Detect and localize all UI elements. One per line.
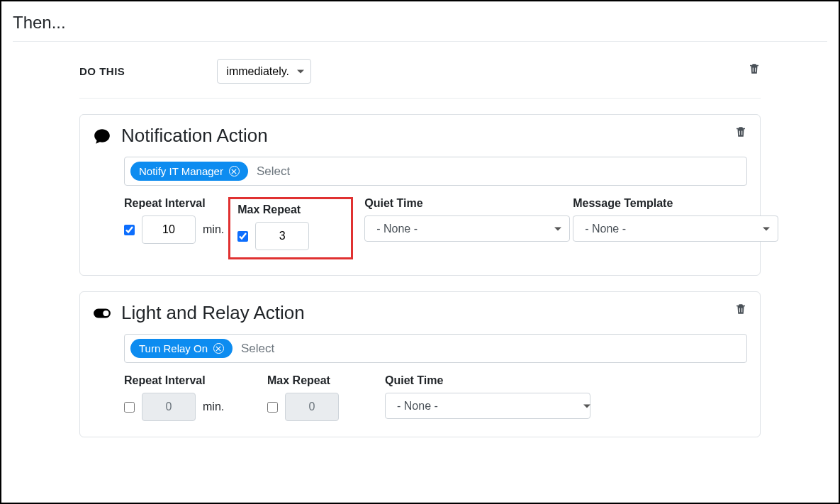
max-repeat-group: Max Repeat <box>237 203 344 250</box>
repeat-interval-label: Repeat Interval <box>124 197 224 210</box>
repeat-interval-label: Repeat Interval <box>124 374 253 387</box>
max-repeat-input[interactable] <box>285 393 339 421</box>
repeat-interval-group: Repeat Interval min. <box>124 197 224 244</box>
quiet-time-label: Quiet Time <box>364 197 570 210</box>
chip-placeholder: Select <box>241 342 274 356</box>
notification-select-input[interactable]: Notify IT Manager Select <box>124 157 747 186</box>
repeat-interval-input[interactable] <box>142 215 196 244</box>
max-repeat-group: Max Repeat <box>267 374 374 421</box>
max-repeat-checkbox[interactable] <box>267 402 278 413</box>
do-this-row: DO THIS immediately. <box>79 42 761 99</box>
light-relay-action-card: Light and Relay Action Turn Relay On Sel… <box>79 291 761 437</box>
quiet-time-select[interactable]: - None - <box>385 393 590 419</box>
chip-label: Notify IT Manager <box>139 165 223 177</box>
relay-chip: Turn Relay On <box>130 339 233 358</box>
repeat-unit: min. <box>203 401 224 413</box>
message-template-select[interactable]: - None - <box>573 215 778 242</box>
card-title: Notification Action <box>121 125 268 147</box>
timing-select[interactable]: immediately. <box>217 59 311 84</box>
message-template-group: Message Template - None - <box>573 197 778 242</box>
quiet-time-label: Quiet Time <box>385 374 599 387</box>
quiet-time-group: Quiet Time - None - <box>385 374 599 419</box>
card-title: Light and Relay Action <box>121 302 305 324</box>
speech-bubble-icon <box>93 127 111 145</box>
message-template-label: Message Template <box>573 197 778 210</box>
repeat-unit: min. <box>203 223 224 236</box>
delete-action-icon[interactable] <box>734 302 747 319</box>
toggle-icon <box>93 304 111 323</box>
quiet-time-select[interactable]: - None - <box>364 215 570 242</box>
repeat-interval-checkbox[interactable] <box>124 225 135 235</box>
repeat-interval-group: Repeat Interval min. <box>124 374 253 421</box>
max-repeat-label: Max Repeat <box>237 203 344 216</box>
chip-remove-icon[interactable] <box>229 166 240 177</box>
max-repeat-checkbox[interactable] <box>237 231 248 242</box>
repeat-interval-checkbox[interactable] <box>124 402 135 413</box>
max-repeat-highlight: Max Repeat <box>228 197 353 259</box>
chip-label: Turn Relay On <box>139 342 208 354</box>
notification-action-card: Notification Action Notify IT Manager Se… <box>79 114 761 276</box>
do-this-label: DO THIS <box>79 65 125 77</box>
max-repeat-input[interactable] <box>255 222 309 250</box>
delete-action-icon[interactable] <box>734 125 747 142</box>
chip-remove-icon[interactable] <box>213 343 224 354</box>
max-repeat-label: Max Repeat <box>267 374 374 387</box>
relay-select-input[interactable]: Turn Relay On Select <box>124 334 747 363</box>
chip-placeholder: Select <box>257 164 290 179</box>
quiet-time-group: Quiet Time - None - <box>364 197 570 242</box>
then-header: Then... <box>13 9 827 42</box>
delete-do-this-icon[interactable] <box>748 62 761 79</box>
repeat-interval-input[interactable] <box>142 393 196 421</box>
notification-chip: Notify IT Manager <box>130 162 248 181</box>
